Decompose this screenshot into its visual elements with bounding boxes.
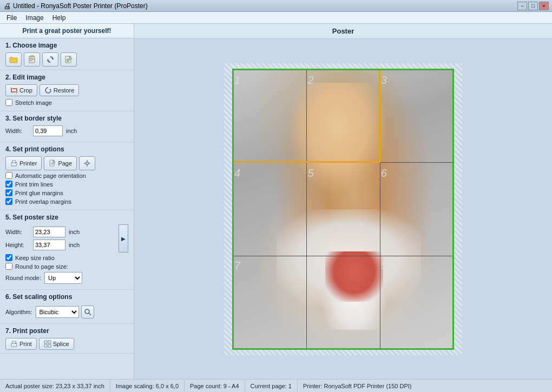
svg-rect-3 <box>10 57 12 58</box>
svg-rect-26 <box>84 163 86 164</box>
algorithm-select[interactable]: Bicubic Bilinear Nearest Neighbor <box>36 306 79 318</box>
section-choose-image: 1. Choose image <box>0 38 134 70</box>
page-num-9: 9 <box>381 260 387 272</box>
splice-button[interactable]: Splice <box>39 338 74 350</box>
rotate-button[interactable] <box>42 52 58 67</box>
round-to-page-label: Round to page size: <box>15 263 68 270</box>
svg-line-29 <box>89 313 91 315</box>
minimize-button[interactable]: − <box>517 2 527 10</box>
section-scaling: 6. Set scaling options Algorithm: Bicubi… <box>0 290 134 324</box>
poster-size-fields: Width: inch Height: inch <box>5 224 116 253</box>
poster-width-row: Width: inch <box>5 227 116 237</box>
maximize-button[interactable]: □ <box>528 2 538 10</box>
rotate-icon <box>46 55 55 64</box>
image-buttons <box>5 52 128 67</box>
poster-container: 1 2 3 4 5 6 7 8 9 <box>224 63 462 355</box>
svg-point-23 <box>86 162 89 165</box>
print-button[interactable]: Print <box>5 338 37 350</box>
round-mode-select[interactable]: Up Down Nearest <box>44 272 82 284</box>
svg-rect-22 <box>51 164 54 164</box>
poster-height-row: Height: inch <box>5 240 116 250</box>
overlap-margins-label: Print overlap margins <box>15 198 71 205</box>
trim-lines-row: Print trim lines <box>5 181 128 188</box>
section1-title: 1. Choose image <box>5 42 128 49</box>
poster-height-label: Height: <box>5 242 30 248</box>
overlap-margins-row: Print overlap margins <box>5 198 128 205</box>
menu-file[interactable]: File <box>2 13 21 23</box>
crop-button[interactable]: Crop <box>5 84 37 96</box>
crop-icon <box>10 87 18 94</box>
page-num-6: 6 <box>381 167 387 180</box>
status-current-page: Current page: 1 <box>245 380 298 392</box>
folder-open-icon <box>9 55 18 64</box>
overlap-margins-checkbox[interactable] <box>5 198 12 205</box>
glue-margins-row: Print glue margins <box>5 189 128 196</box>
section-border-style: 3. Set border style Width: inch <box>0 111 134 142</box>
poster-width-input[interactable] <box>33 227 65 237</box>
glue-margins-checkbox[interactable] <box>5 189 12 196</box>
poster-size-scroll[interactable]: ▶ <box>119 224 128 253</box>
svg-rect-5 <box>30 56 34 57</box>
svg-rect-6 <box>30 58 34 59</box>
poster-width-label: Width: <box>5 229 30 235</box>
splice-icon <box>44 340 51 348</box>
trim-lines-label: Print trim lines <box>15 181 53 188</box>
poster-main: 1 2 3 4 5 6 7 8 9 <box>232 69 454 350</box>
svg-rect-7 <box>30 59 34 60</box>
section2-title: 2. Edit image <box>5 74 128 81</box>
menu-image[interactable]: Image <box>21 13 48 23</box>
stretch-label: Stretch image <box>15 99 52 106</box>
algorithm-select-row: Algorithm: Bicubic Bilinear Nearest Neig… <box>5 306 79 318</box>
svg-rect-34 <box>44 341 47 343</box>
restore-button[interactable]: Restore <box>40 84 80 96</box>
svg-rect-21 <box>51 163 54 163</box>
edit-buttons: Crop Restore <box>5 84 128 96</box>
border-width-input[interactable] <box>33 125 63 136</box>
auto-orient-row: Automatic page orientation <box>5 172 128 179</box>
page-num-7: 7 <box>234 260 240 272</box>
section-poster-size: 5. Set poster size Width: inch Height: i… <box>0 210 134 290</box>
svg-rect-14 <box>67 61 69 62</box>
edit-button[interactable] <box>61 52 77 67</box>
status-page-count: Page count: 9 - A4 <box>185 380 245 392</box>
section5-title: 5. Set poster size <box>5 214 128 221</box>
splice-label: Splice <box>53 341 69 347</box>
keep-ratio-label: Keep size ratio <box>15 255 55 261</box>
auto-orient-checkbox[interactable] <box>5 172 12 179</box>
poster-outer-wrapper: 1 2 3 4 5 6 7 8 9 <box>224 63 462 355</box>
keep-ratio-checkbox[interactable] <box>5 254 12 261</box>
page-num-5: 5 <box>307 167 313 180</box>
page-label: Page <box>58 160 72 167</box>
svg-point-19 <box>15 163 16 164</box>
status-printer: Printer: RonyaSoft PDF Printer (150 DPI) <box>298 380 552 392</box>
close-button[interactable]: × <box>539 2 549 10</box>
poster-area: 1 2 3 4 5 6 7 8 9 <box>134 39 552 379</box>
poster-height-input[interactable] <box>33 240 65 250</box>
algorithm-row: Algorithm: Bicubic Bilinear Nearest Neig… <box>5 304 128 320</box>
round-to-page-checkbox[interactable] <box>5 263 12 270</box>
page-options-button[interactable] <box>79 156 95 170</box>
statusbar: Actual poster size: 23,23 x 33,37 inch I… <box>0 379 552 392</box>
svg-rect-13 <box>67 60 70 61</box>
algorithm-info-button[interactable] <box>81 305 94 318</box>
main-layout: Print a great poster yourself! 1. Choose… <box>0 24 552 379</box>
svg-rect-12 <box>67 59 70 59</box>
open-file-button[interactable] <box>5 52 22 67</box>
grid-h1 <box>232 162 454 163</box>
edit-icon <box>64 55 73 64</box>
svg-rect-35 <box>48 341 51 343</box>
menu-help[interactable]: Help <box>48 13 70 23</box>
page-button[interactable]: Page <box>44 156 77 170</box>
page-num-1: 1 <box>234 74 240 87</box>
printer-button[interactable]: Printer <box>5 156 42 170</box>
border-width-unit: inch <box>66 128 77 134</box>
restore-icon <box>44 87 52 94</box>
clipboard-icon <box>28 55 36 64</box>
settings-icon <box>83 160 91 167</box>
clipboard-button[interactable] <box>24 52 40 67</box>
trim-lines-checkbox[interactable] <box>5 181 12 188</box>
svg-rect-25 <box>87 165 88 167</box>
svg-marker-15 <box>49 89 51 90</box>
svg-rect-31 <box>12 341 16 343</box>
stretch-checkbox[interactable] <box>5 99 12 106</box>
